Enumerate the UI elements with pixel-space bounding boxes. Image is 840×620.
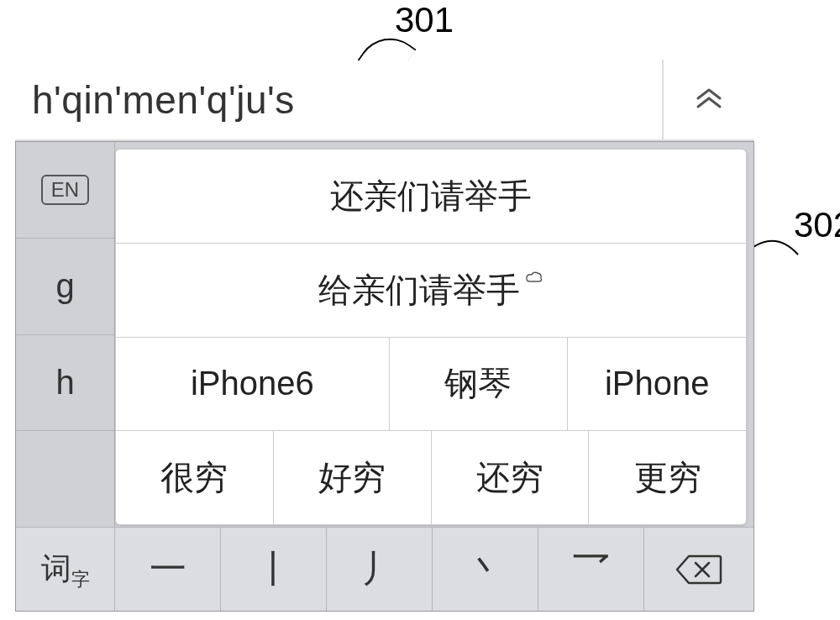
candidates-panel: 还亲们请举手 给亲们请举手 iPhone6 钢琴 iPhone 很穷 <box>115 149 747 525</box>
word-mode-button[interactable]: 词字 <box>16 527 115 611</box>
delete-button[interactable] <box>644 527 753 611</box>
side-key-empty <box>16 431 115 527</box>
cloud-icon <box>525 267 543 289</box>
callout-line-302 <box>752 231 802 265</box>
stroke-key-dian[interactable]: 丶 <box>433 527 538 611</box>
callout-label-301: 301 <box>395 0 454 40</box>
word-mode-label: 词字 <box>41 549 90 590</box>
candidate-item[interactable]: 很穷 <box>116 431 274 524</box>
candidate-item[interactable]: 更穷 <box>589 431 746 524</box>
candidate-text: 给亲们请举手 <box>318 267 520 313</box>
candidate-item[interactable]: 钢琴 <box>390 338 569 431</box>
side-key-h[interactable]: h <box>16 335 115 432</box>
side-column: EN g h <box>16 142 115 527</box>
pinyin-composition: h'qin'men'q'ju's <box>15 77 662 123</box>
candidate-item[interactable]: 还亲们请举手 <box>116 150 746 243</box>
en-badge-icon: EN <box>41 175 89 205</box>
keyboard-panel: EN g h 还亲们请举手 给亲们请举手 i <box>15 141 754 612</box>
keyboard-upper: EN g h 还亲们请举手 给亲们请举手 i <box>16 142 753 527</box>
backspace-icon <box>675 553 722 586</box>
candidate-row-1: 还亲们请举手 <box>116 150 746 244</box>
stroke-key-zhe[interactable]: 乛 <box>538 527 644 611</box>
stroke-key-heng[interactable]: 一 <box>115 527 221 611</box>
expand-candidates-button[interactable] <box>662 60 754 140</box>
stroke-key-shu[interactable]: 丨 <box>221 527 327 611</box>
candidate-item[interactable]: 还穷 <box>432 431 590 524</box>
side-key-g[interactable]: g <box>16 239 115 335</box>
pinyin-input-bar: h'qin'men'q'ju's <box>15 60 754 141</box>
candidate-row-4: 很穷 好穷 还穷 更穷 <box>116 431 746 524</box>
stroke-key-pie[interactable]: 丿 <box>327 527 433 611</box>
candidate-item[interactable]: 好穷 <box>274 431 432 524</box>
candidate-item[interactable]: iPhone <box>568 338 746 431</box>
candidate-item-cloud[interactable]: 给亲们请举手 <box>116 244 746 337</box>
candidate-item[interactable]: iPhone6 <box>116 338 390 431</box>
candidate-row-3: iPhone6 钢琴 iPhone <box>116 338 746 432</box>
english-switch-button[interactable]: EN <box>16 142 115 239</box>
chevron-up-icon <box>695 82 723 118</box>
candidate-row-2: 给亲们请举手 <box>116 244 746 338</box>
stroke-row: 词字 一 丨 丿 丶 乛 <box>16 527 753 611</box>
